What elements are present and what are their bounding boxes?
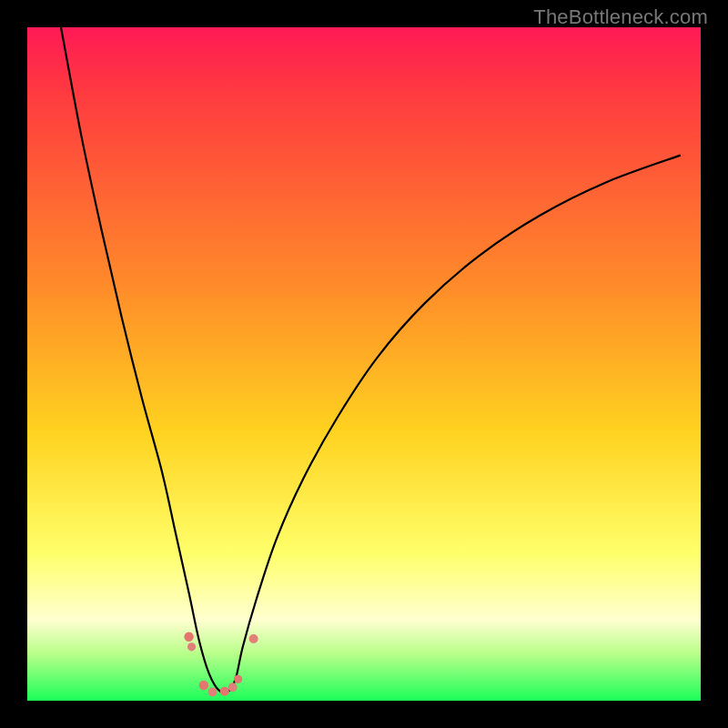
curve-marker: [228, 682, 238, 692]
curve-marker: [249, 634, 258, 643]
curve-layer: [27, 27, 701, 701]
curve-marker: [234, 675, 242, 683]
bottleneck-curve: [61, 27, 681, 693]
curve-marker: [208, 687, 217, 696]
curve-marker: [187, 642, 196, 651]
curve-markers: [184, 632, 258, 697]
watermark-text: TheBottleneck.com: [533, 5, 708, 29]
curve-marker: [184, 632, 193, 642]
curve-marker: [220, 687, 229, 696]
chart-frame: TheBottleneck.com: [0, 0, 728, 728]
plot-area: [27, 27, 701, 701]
curve-marker: [199, 681, 208, 690]
